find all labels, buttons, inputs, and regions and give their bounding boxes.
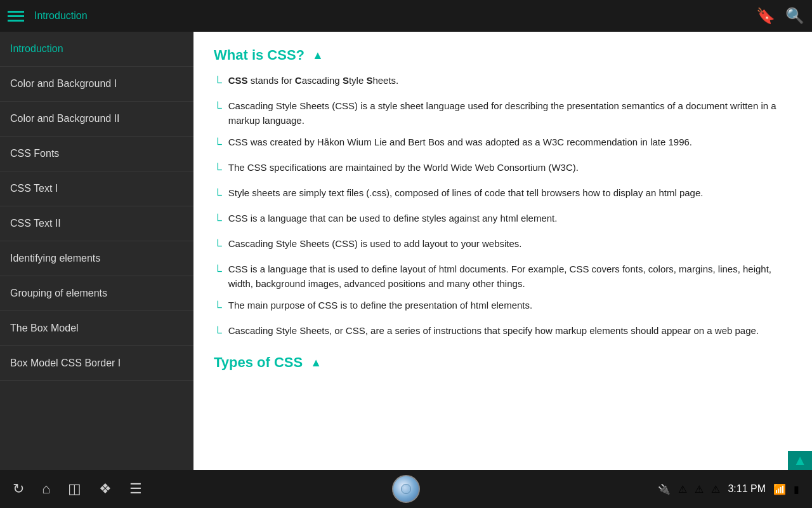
bottom-bar: ↻ ⌂ ◫ ❖ ☰ 🔌 ⚠ ⚠ ⚠ 3:11 PM 📶 ▮ ▲	[0, 470, 812, 508]
bullet-icon-5: └	[214, 212, 222, 229]
topbar-title: Introduction	[34, 10, 88, 22]
bullet-icon-6: └	[214, 237, 222, 255]
section1-title: What is CSS?	[214, 47, 304, 64]
sidebar-item-2[interactable]: Color and Background II	[0, 102, 193, 137]
app-logo[interactable]	[392, 475, 420, 503]
scroll-to-top-button[interactable]: ▲	[788, 451, 812, 470]
bullet-text-3: The CSS specifications are maintained by…	[228, 161, 792, 175]
home-icon[interactable]: ⌂	[42, 481, 50, 497]
bullet-text-8: The main purpose of CSS is to define the…	[228, 298, 792, 313]
bottombar-right: 🔌 ⚠ ⚠ ⚠ 3:11 PM 📶 ▮	[658, 483, 799, 495]
main-layout: IntroductionColor and Background IColor …	[0, 32, 812, 470]
sidebar-item-3[interactable]: CSS Fonts	[0, 137, 193, 171]
battery-icon: ▮	[794, 483, 799, 495]
bullet-item-0: └CSS stands for Cascading Style Sheets.	[214, 74, 792, 91]
search-icon[interactable]: 🔍	[785, 7, 804, 25]
section1-header: What is CSS? ▲	[214, 47, 792, 64]
bullet-text-9: Cascading Style Sheets, or CSS, are a se…	[228, 324, 792, 338]
content-area: What is CSS? ▲ └CSS stands for Cascading…	[193, 32, 812, 470]
bullet-text-2: CSS was created by Håkon Wium Lie and Be…	[228, 135, 792, 150]
sidebar-item-6[interactable]: Identifying elements	[0, 241, 193, 276]
app-logo-area	[392, 475, 420, 503]
sidebar-item-5[interactable]: CSS Text II	[0, 206, 193, 241]
bullet-text-7: CSS is a language that is used to define…	[228, 262, 792, 291]
bullet-item-3: └The CSS specifications are maintained b…	[214, 161, 792, 178]
bullet-item-8: └The main purpose of CSS is to define th…	[214, 298, 792, 316]
recents-icon[interactable]: ◫	[68, 481, 81, 497]
section2-title: Types of CSS	[214, 354, 303, 371]
bullet-text-6: Cascading Style Sheets (CSS) is used to …	[228, 237, 792, 251]
bullet-icon-9: └	[214, 324, 222, 342]
sidebar-item-1[interactable]: Color and Background I	[0, 67, 193, 102]
menu-icon[interactable]	[8, 11, 24, 22]
bullet-item-6: └Cascading Style Sheets (CSS) is used to…	[214, 237, 792, 255]
section1-collapse[interactable]: ▲	[312, 49, 324, 62]
bullet-list: └CSS stands for Cascading Style Sheets.└…	[214, 74, 792, 342]
usb-icon: 🔌	[658, 483, 671, 495]
sidebar-item-4[interactable]: CSS Text I	[0, 171, 193, 206]
topbar-right: 🔖 🔍	[756, 7, 804, 25]
warning2-icon: ⚠	[695, 483, 704, 495]
bullet-icon-4: └	[214, 187, 222, 204]
time-display: 3:11 PM	[728, 483, 766, 495]
section2-collapse[interactable]: ▲	[310, 356, 322, 370]
warning1-icon: ⚠	[678, 483, 687, 495]
sidebar: IntroductionColor and Background IColor …	[0, 32, 193, 470]
bullet-icon-7: └	[214, 263, 222, 280]
bullet-text-5: CSS is a language that can be used to de…	[228, 211, 792, 226]
bullet-icon-0: └	[214, 74, 222, 91]
bullet-item-9: └Cascading Style Sheets, or CSS, are a s…	[214, 324, 792, 342]
sidebar-item-7[interactable]: Grouping of elements	[0, 276, 193, 311]
qr-icon[interactable]: ❖	[99, 481, 112, 497]
bottombar-left: ↻ ⌂ ◫ ❖ ☰	[13, 481, 142, 497]
bullet-icon-1: └	[214, 100, 222, 117]
back-icon[interactable]: ↻	[13, 481, 24, 497]
topbar-left: Introduction	[8, 10, 88, 22]
bullet-text-4: Style sheets are simply text files (.css…	[228, 186, 792, 201]
sidebar-item-8[interactable]: The Box Model	[0, 311, 193, 346]
menu-dots-icon[interactable]: ☰	[129, 481, 142, 497]
bullet-item-7: └CSS is a language that is used to defin…	[214, 262, 792, 291]
wifi-icon: 📶	[773, 483, 786, 495]
top-bar: Introduction 🔖 🔍	[0, 0, 812, 32]
sidebar-item-0[interactable]: Introduction	[0, 32, 193, 67]
bullet-item-1: └Cascading Style Sheets (CSS) is a style…	[214, 99, 792, 128]
bookmark-icon[interactable]: 🔖	[756, 7, 775, 25]
warning3-icon: ⚠	[711, 483, 720, 495]
section2-header: Types of CSS ▲	[214, 354, 792, 371]
bullet-icon-3: └	[214, 161, 222, 178]
bullet-item-5: └CSS is a language that can be used to d…	[214, 211, 792, 229]
bullet-text-1: Cascading Style Sheets (CSS) is a style …	[228, 99, 792, 128]
bullet-text-0: CSS stands for Cascading Style Sheets.	[228, 74, 792, 88]
bullet-item-4: └Style sheets are simply text files (.cs…	[214, 186, 792, 204]
sidebar-item-9[interactable]: Box Model CSS Border I	[0, 346, 193, 381]
bullet-icon-8: └	[214, 299, 222, 316]
bullet-item-2: └CSS was created by Håkon Wium Lie and B…	[214, 135, 792, 153]
bullet-icon-2: └	[214, 136, 222, 153]
